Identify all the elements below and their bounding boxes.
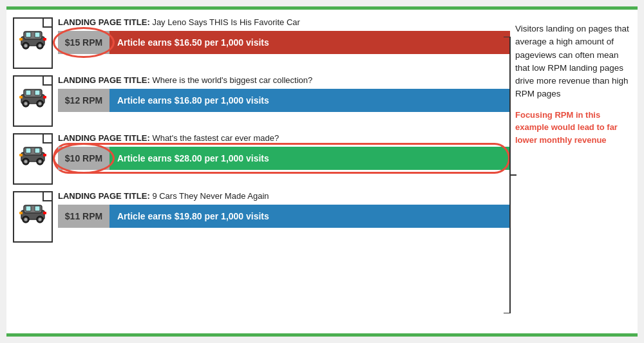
- svg-point-5: [24, 44, 28, 48]
- rpm-text-4: Article earns $19.80 per 1,000 visits: [109, 205, 510, 228]
- page-title-1: LANDING PAGE TITLE: Jay Leno Says THIS I…: [58, 17, 510, 28]
- svg-rect-3: [35, 32, 40, 37]
- svg-rect-2: [26, 32, 31, 37]
- rpm-text-2: Article earns $16.80 per 1,000 visits: [109, 89, 510, 112]
- page-icon-4: [13, 191, 53, 243]
- svg-point-37: [39, 218, 42, 221]
- rpm-badge-4: $11 RPM: [58, 205, 109, 228]
- svg-point-25: [24, 160, 28, 163]
- page-title-2: LANDING PAGE TITLE: Where is the world's…: [58, 75, 510, 86]
- svg-rect-28: [19, 154, 23, 156]
- svg-rect-12: [26, 90, 31, 95]
- svg-rect-29: [43, 154, 46, 156]
- page-icon-1: [13, 17, 53, 69]
- card-content-1: LANDING PAGE TITLE: Jay Leno Says THIS I…: [58, 17, 510, 54]
- svg-point-17: [39, 102, 42, 106]
- svg-rect-19: [43, 96, 46, 98]
- card-4: LANDING PAGE TITLE: 9 Cars They Never Ma…: [13, 191, 510, 243]
- svg-rect-39: [43, 212, 46, 214]
- bracket-arrow: [497, 37, 516, 313]
- svg-rect-32: [26, 206, 31, 211]
- rpm-bar-4: $11 RPM Article earns $19.80 per 1,000 v…: [58, 205, 510, 228]
- svg-rect-9: [43, 38, 46, 41]
- svg-rect-8: [19, 38, 23, 41]
- svg-rect-23: [35, 148, 40, 153]
- svg-point-35: [24, 218, 28, 221]
- card-content-3: LANDING PAGE TITLE: What's the fastest c…: [58, 133, 510, 170]
- right-panel: Visitors landing on pages that average a…: [515, 17, 631, 326]
- rpm-bar-3: $10 RPM Article earns $28.00 per 1,000 v…: [58, 147, 510, 170]
- left-panel: LANDING PAGE TITLE: Jay Leno Says THIS I…: [13, 17, 510, 326]
- right-warning: Focusing RPM in this example would lead …: [515, 109, 631, 147]
- svg-rect-38: [19, 212, 23, 214]
- svg-rect-13: [35, 90, 40, 95]
- card-1: LANDING PAGE TITLE: Jay Leno Says THIS I…: [13, 17, 510, 69]
- rpm-badge-2: $12 RPM: [58, 89, 109, 112]
- svg-rect-18: [19, 96, 23, 98]
- page-icon-2: [13, 75, 53, 127]
- svg-rect-33: [35, 206, 40, 211]
- slide: LANDING PAGE TITLE: Jay Leno Says THIS I…: [6, 6, 638, 337]
- card-2: LANDING PAGE TITLE: Where is the world's…: [13, 75, 510, 127]
- car-icon-2: [17, 84, 48, 110]
- rpm-text-3: Article earns $28.00 per 1,000 visits: [109, 147, 510, 170]
- rpm-badge-3: $10 RPM: [58, 147, 109, 170]
- card-content-2: LANDING PAGE TITLE: Where is the world's…: [58, 75, 510, 112]
- page-icon-3: [13, 133, 53, 185]
- car-icon-1: [17, 26, 48, 52]
- svg-point-27: [39, 160, 42, 163]
- rpm-text-1: Article earns $16.50 per 1,000 visits: [109, 31, 510, 54]
- rpm-bar-2: $12 RPM Article earns $16.80 per 1,000 v…: [58, 89, 510, 112]
- svg-point-7: [39, 44, 42, 48]
- car-icon-4: [17, 200, 48, 226]
- card-3: LANDING PAGE TITLE: What's the fastest c…: [13, 133, 510, 185]
- page-title-4: LANDING PAGE TITLE: 9 Cars They Never Ma…: [58, 191, 510, 202]
- rpm-bar-1: $15 RPM Article earns $16.50 per 1,000 v…: [58, 31, 510, 54]
- page-title-3: LANDING PAGE TITLE: What's the fastest c…: [58, 133, 510, 144]
- rpm-badge-1: $15 RPM: [58, 31, 109, 54]
- svg-rect-22: [26, 148, 31, 153]
- svg-point-15: [24, 102, 28, 106]
- card-content-4: LANDING PAGE TITLE: 9 Cars They Never Ma…: [58, 191, 510, 228]
- car-icon-3: [17, 142, 48, 168]
- right-description: Visitors landing on pages that average a…: [515, 23, 631, 101]
